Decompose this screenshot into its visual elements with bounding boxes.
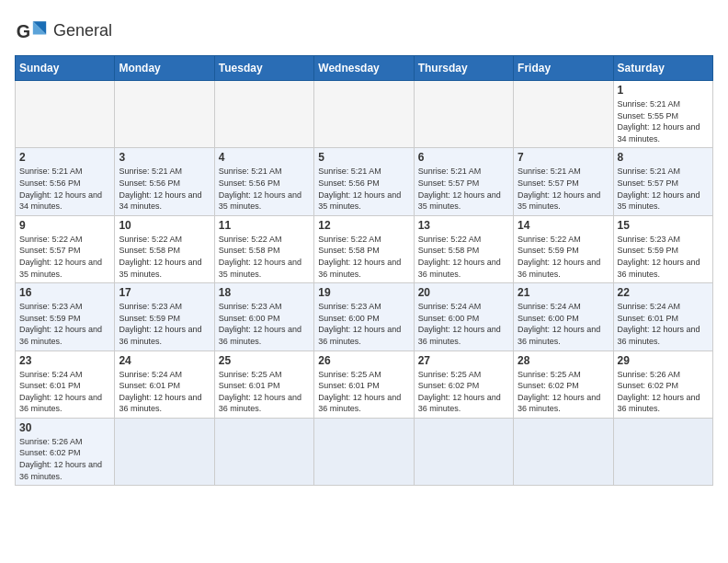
day-cell: 28Sunrise: 5:25 AM Sunset: 6:02 PM Dayli… [514, 350, 613, 418]
col-header-sunday: Sunday [16, 56, 115, 81]
day-cell [613, 418, 712, 485]
day-number: 2 [19, 151, 110, 164]
col-header-thursday: Thursday [414, 56, 513, 81]
day-cell: 13Sunrise: 5:22 AM Sunset: 5:58 PM Dayli… [414, 215, 513, 282]
day-info: Sunrise: 5:24 AM Sunset: 6:00 PM Dayligh… [518, 301, 609, 347]
logo-icon: G [15, 15, 48, 48]
day-info: Sunrise: 5:23 AM Sunset: 5:59 PM Dayligh… [119, 301, 210, 347]
day-number: 9 [19, 219, 110, 232]
day-cell: 6Sunrise: 5:21 AM Sunset: 5:57 PM Daylig… [414, 148, 513, 215]
day-info: Sunrise: 5:24 AM Sunset: 6:01 PM Dayligh… [618, 301, 709, 347]
day-cell: 2Sunrise: 5:21 AM Sunset: 5:56 PM Daylig… [16, 148, 115, 215]
day-cell: 23Sunrise: 5:24 AM Sunset: 6:01 PM Dayli… [16, 350, 115, 418]
day-cell [115, 81, 214, 148]
day-info: Sunrise: 5:23 AM Sunset: 6:00 PM Dayligh… [318, 301, 409, 347]
week-row-4: 16Sunrise: 5:23 AM Sunset: 5:59 PM Dayli… [16, 283, 713, 350]
day-info: Sunrise: 5:22 AM Sunset: 5:58 PM Dayligh… [418, 234, 509, 280]
day-number: 29 [618, 354, 709, 367]
day-info: Sunrise: 5:22 AM Sunset: 5:58 PM Dayligh… [219, 234, 310, 280]
day-cell [314, 81, 414, 148]
day-info: Sunrise: 5:24 AM Sunset: 6:01 PM Dayligh… [19, 369, 110, 415]
col-header-tuesday: Tuesday [214, 56, 313, 81]
col-header-saturday: Saturday [613, 56, 712, 81]
day-info: Sunrise: 5:26 AM Sunset: 6:02 PM Dayligh… [19, 436, 110, 482]
day-info: Sunrise: 5:21 AM Sunset: 5:56 PM Dayligh… [119, 166, 210, 212]
day-cell [514, 418, 613, 485]
day-cell: 22Sunrise: 5:24 AM Sunset: 6:01 PM Dayli… [613, 283, 712, 350]
day-number: 27 [418, 354, 509, 367]
week-row-6: 30Sunrise: 5:26 AM Sunset: 6:02 PM Dayli… [16, 418, 713, 485]
day-number: 18 [219, 286, 310, 299]
day-info: Sunrise: 5:25 AM Sunset: 6:02 PM Dayligh… [518, 369, 609, 415]
day-cell: 27Sunrise: 5:25 AM Sunset: 6:02 PM Dayli… [414, 350, 513, 418]
calendar: SundayMondayTuesdayWednesdayThursdayFrid… [15, 55, 713, 486]
day-cell [414, 81, 513, 148]
day-number: 28 [518, 354, 609, 367]
day-cell: 3Sunrise: 5:21 AM Sunset: 5:56 PM Daylig… [115, 148, 214, 215]
day-info: Sunrise: 5:25 AM Sunset: 6:01 PM Dayligh… [318, 369, 409, 415]
day-number: 13 [418, 219, 509, 232]
day-info: Sunrise: 5:23 AM Sunset: 5:59 PM Dayligh… [618, 234, 709, 280]
day-info: Sunrise: 5:26 AM Sunset: 6:02 PM Dayligh… [618, 369, 709, 415]
day-number: 10 [119, 219, 210, 232]
day-cell: 5Sunrise: 5:21 AM Sunset: 5:56 PM Daylig… [314, 148, 414, 215]
day-number: 30 [19, 421, 110, 434]
day-number: 25 [219, 354, 310, 367]
col-header-monday: Monday [115, 56, 214, 81]
day-cell [115, 418, 214, 485]
day-cell: 9Sunrise: 5:22 AM Sunset: 5:57 PM Daylig… [16, 215, 115, 282]
day-cell [314, 418, 414, 485]
day-number: 14 [518, 219, 609, 232]
week-row-1: 1Sunrise: 5:21 AM Sunset: 5:55 PM Daylig… [16, 81, 713, 148]
day-cell: 21Sunrise: 5:24 AM Sunset: 6:00 PM Dayli… [514, 283, 613, 350]
col-header-friday: Friday [514, 56, 613, 81]
day-info: Sunrise: 5:21 AM Sunset: 5:57 PM Dayligh… [618, 166, 709, 212]
day-number: 5 [318, 151, 409, 164]
day-number: 1 [618, 84, 709, 97]
day-info: Sunrise: 5:22 AM Sunset: 5:57 PM Dayligh… [19, 234, 110, 280]
day-number: 24 [119, 354, 210, 367]
day-info: Sunrise: 5:22 AM Sunset: 5:58 PM Dayligh… [318, 234, 409, 280]
day-cell [514, 81, 613, 148]
day-number: 6 [418, 151, 509, 164]
day-number: 4 [219, 151, 310, 164]
day-number: 21 [518, 286, 609, 299]
day-info: Sunrise: 5:21 AM Sunset: 5:56 PM Dayligh… [318, 166, 409, 212]
week-row-2: 2Sunrise: 5:21 AM Sunset: 5:56 PM Daylig… [16, 148, 713, 215]
day-cell: 30Sunrise: 5:26 AM Sunset: 6:02 PM Dayli… [16, 418, 115, 485]
col-header-wednesday: Wednesday [314, 56, 414, 81]
day-info: Sunrise: 5:23 AM Sunset: 5:59 PM Dayligh… [19, 301, 110, 347]
header-row: SundayMondayTuesdayWednesdayThursdayFrid… [16, 56, 713, 81]
day-info: Sunrise: 5:25 AM Sunset: 6:02 PM Dayligh… [418, 369, 509, 415]
logo: G General [15, 15, 112, 48]
day-info: Sunrise: 5:21 AM Sunset: 5:56 PM Dayligh… [19, 166, 110, 212]
day-number: 22 [618, 286, 709, 299]
day-cell: 12Sunrise: 5:22 AM Sunset: 5:58 PM Dayli… [314, 215, 414, 282]
day-info: Sunrise: 5:23 AM Sunset: 6:00 PM Dayligh… [219, 301, 310, 347]
day-number: 7 [518, 151, 609, 164]
day-number: 15 [618, 219, 709, 232]
day-cell [16, 81, 115, 148]
day-info: Sunrise: 5:24 AM Sunset: 6:01 PM Dayligh… [119, 369, 210, 415]
day-number: 3 [119, 151, 210, 164]
day-cell [414, 418, 513, 485]
day-cell: 7Sunrise: 5:21 AM Sunset: 5:57 PM Daylig… [514, 148, 613, 215]
day-cell: 11Sunrise: 5:22 AM Sunset: 5:58 PM Dayli… [214, 215, 313, 282]
day-cell: 4Sunrise: 5:21 AM Sunset: 5:56 PM Daylig… [214, 148, 313, 215]
day-cell: 17Sunrise: 5:23 AM Sunset: 5:59 PM Dayli… [115, 283, 214, 350]
day-cell: 14Sunrise: 5:22 AM Sunset: 5:59 PM Dayli… [514, 215, 613, 282]
logo-text: General [53, 22, 112, 40]
day-cell [214, 418, 313, 485]
day-cell: 26Sunrise: 5:25 AM Sunset: 6:01 PM Dayli… [314, 350, 414, 418]
day-info: Sunrise: 5:21 AM Sunset: 5:57 PM Dayligh… [518, 166, 609, 212]
day-number: 20 [418, 286, 509, 299]
day-cell: 18Sunrise: 5:23 AM Sunset: 6:00 PM Dayli… [214, 283, 313, 350]
day-cell [214, 81, 313, 148]
day-number: 8 [618, 151, 709, 164]
day-cell: 24Sunrise: 5:24 AM Sunset: 6:01 PM Dayli… [115, 350, 214, 418]
day-info: Sunrise: 5:21 AM Sunset: 5:57 PM Dayligh… [418, 166, 509, 212]
day-number: 16 [19, 286, 110, 299]
day-info: Sunrise: 5:24 AM Sunset: 6:00 PM Dayligh… [418, 301, 509, 347]
day-info: Sunrise: 5:22 AM Sunset: 5:58 PM Dayligh… [119, 234, 210, 280]
day-cell: 20Sunrise: 5:24 AM Sunset: 6:00 PM Dayli… [414, 283, 513, 350]
